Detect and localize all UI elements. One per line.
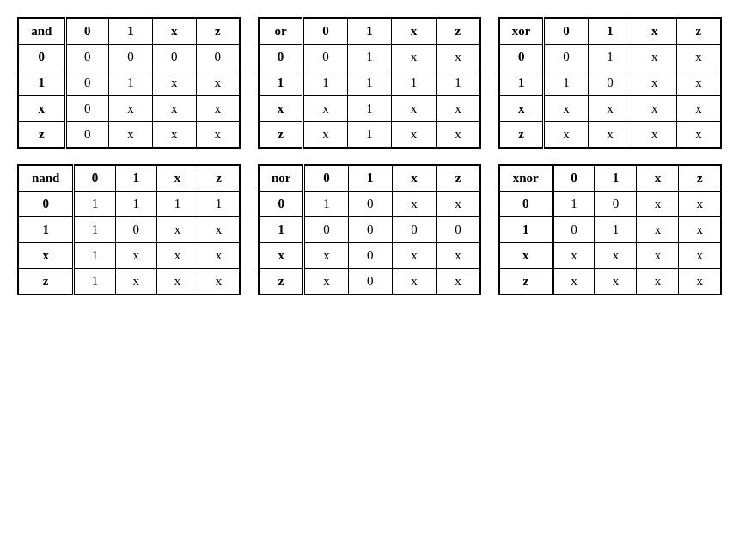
- table-cell: x: [156, 269, 198, 295]
- table-cell: x: [679, 269, 721, 295]
- table-cell: 1: [347, 122, 392, 149]
- table-cell: 0: [348, 269, 392, 295]
- table-cell: x: [152, 122, 196, 149]
- table-row: zxxxx: [499, 269, 721, 295]
- table-row: xxxxx: [499, 243, 721, 269]
- table-cell: x: [392, 243, 436, 269]
- table-cell: 0: [109, 45, 153, 70]
- table-cell: x: [676, 70, 721, 96]
- table-cell: 0: [65, 96, 109, 122]
- table-row: zx1xx: [259, 122, 480, 149]
- or-col-header: 0: [303, 18, 348, 45]
- table-row: 01111: [18, 192, 240, 217]
- table-cell: x: [595, 243, 637, 269]
- xor-row-header: 1: [499, 70, 544, 96]
- table-cell: x: [152, 96, 196, 122]
- xnor-row-header: x: [499, 243, 553, 269]
- table-row: 00000: [18, 45, 240, 70]
- nand-row-header: z: [18, 269, 74, 295]
- table-cell: x: [437, 192, 480, 217]
- table-cell: x: [156, 243, 198, 269]
- xnor-row-header: 1: [499, 217, 553, 243]
- table-cell: x: [436, 45, 480, 70]
- table-cell: x: [198, 269, 240, 295]
- table-cell: 0: [588, 70, 632, 96]
- table-row: xx1xx: [259, 96, 480, 122]
- or-op-label: or: [259, 18, 303, 45]
- xor-row-header: z: [499, 122, 544, 149]
- or-row-header: 0: [259, 45, 303, 70]
- table-cell: x: [437, 243, 480, 269]
- nor-col-header: 1: [348, 165, 392, 192]
- table-row: 110xx: [18, 217, 240, 243]
- table-cell: x: [392, 192, 436, 217]
- nor-row-header: x: [259, 243, 304, 269]
- nand-row-header: 1: [18, 217, 74, 243]
- table-cell: x: [544, 122, 589, 149]
- table-cell: 1: [74, 243, 115, 269]
- table-cell: 1: [198, 192, 240, 217]
- table-cell: 0: [196, 45, 240, 70]
- xor-col-header: z: [676, 18, 721, 45]
- table-cell: x: [436, 122, 480, 149]
- and-row-header: 0: [18, 45, 65, 70]
- table-cell: 0: [65, 45, 109, 70]
- table-cell: x: [595, 269, 637, 295]
- or-col-header: x: [392, 18, 437, 45]
- nor-row-header: 0: [259, 192, 304, 217]
- table-cell: 1: [74, 192, 115, 217]
- table-cell: 0: [65, 70, 109, 96]
- table-cell: 1: [74, 217, 115, 243]
- table-cell: x: [676, 122, 721, 149]
- table-cell: x: [304, 269, 348, 295]
- table-cell: 1: [347, 70, 392, 96]
- nand-op-label: nand: [18, 165, 74, 192]
- table-cell: x: [679, 192, 721, 217]
- nand-col-header: 1: [115, 165, 156, 192]
- table-cell: x: [544, 96, 589, 122]
- tables-container: and01xz00000101xxx0xxxz0xxxor01xz001xx11…: [9, 9, 730, 304]
- table-nor: nor01xz010xx10000xx0xxzx0xx: [258, 164, 481, 295]
- nand-col-header: z: [198, 165, 240, 192]
- table-cell: 1: [436, 70, 480, 96]
- table-cell: 0: [348, 243, 392, 269]
- nand-row-header: 0: [18, 192, 74, 217]
- or-col-header: z: [436, 18, 480, 45]
- xor-col-header: x: [632, 18, 677, 45]
- table-xnor: xnor01xz010xx101xxxxxxxzxxxx: [498, 164, 722, 295]
- table-cell: 0: [65, 122, 109, 149]
- table-xor: xor01xz001xx110xxxxxxxzxxxx: [498, 17, 722, 149]
- table-cell: 0: [304, 217, 348, 243]
- nand-row-header: x: [18, 243, 74, 269]
- and-row-header: z: [18, 122, 65, 149]
- nand-col-header: 0: [74, 165, 115, 192]
- table-row: x0xxx: [18, 96, 240, 122]
- nor-col-header: z: [437, 165, 480, 192]
- table-cell: x: [156, 217, 198, 243]
- table-row: z1xxx: [18, 269, 240, 295]
- table-row: 001xx: [499, 45, 721, 70]
- table-cell: 0: [553, 217, 595, 243]
- table-cell: x: [303, 122, 348, 149]
- table-row: 110xx: [499, 70, 721, 96]
- xnor-row-header: 0: [499, 192, 553, 217]
- table-cell: x: [676, 45, 721, 70]
- table-cell: x: [436, 96, 480, 122]
- xnor-col-header: z: [679, 165, 721, 192]
- table-cell: x: [115, 269, 156, 295]
- nor-op-label: nor: [259, 165, 304, 192]
- table-cell: x: [637, 269, 679, 295]
- table-row: 101xx: [499, 217, 721, 243]
- table-cell: 1: [303, 70, 348, 96]
- table-cell: 1: [304, 192, 348, 217]
- and-col-header: z: [196, 18, 240, 45]
- table-nand: nand01xz01111110xxx1xxxz1xxx: [17, 164, 241, 295]
- table-cell: 1: [74, 269, 115, 295]
- table-cell: 1: [347, 96, 392, 122]
- table-cell: 1: [588, 45, 632, 70]
- table-cell: 0: [437, 217, 480, 243]
- or-row-header: z: [259, 122, 303, 149]
- table-cell: x: [109, 122, 153, 149]
- table-cell: x: [303, 96, 348, 122]
- nand-col-header: x: [156, 165, 198, 192]
